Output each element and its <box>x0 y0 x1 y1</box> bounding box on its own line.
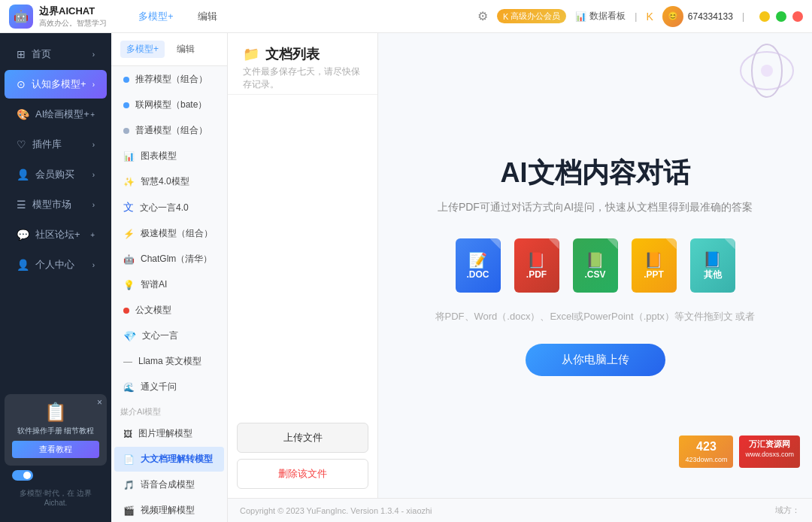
upload-from-pc-button[interactable]: 从你电脑上传 <box>526 344 665 376</box>
close-button[interactable] <box>792 11 803 22</box>
chevron-icon-3: + <box>90 111 95 119</box>
chart-icon: 📊 <box>123 151 135 162</box>
settings-icon[interactable]: ⚙ <box>477 9 488 23</box>
sidebar-item-plugins[interactable]: ♡ 插件库 › <box>5 130 107 159</box>
home-icon: ⊞ <box>17 48 26 60</box>
toggle-row <box>5 466 107 485</box>
sub-nav-item-wisdom[interactable]: ✨ 智慧4.0模型 <box>114 169 224 194</box>
recommend-dot <box>123 77 129 83</box>
sub-nav-item-zhipu[interactable]: 💡 智谱AI <box>114 272 224 297</box>
sidebar-item-painting[interactable]: 🎨 AI绘画模型+ + <box>5 100 107 129</box>
chevron-icon-4: › <box>92 141 95 149</box>
sidebar-item-multimodel[interactable]: ⊙ 认知多模型+ › <box>5 70 107 99</box>
plugins-icon: ♡ <box>17 138 26 150</box>
chevron-icon-7: + <box>90 231 95 239</box>
sidebar: ⊞ 首页 › ⊙ 认知多模型+ › 🎨 AI绘画模型+ + ♡ 插件库 › <box>0 33 111 522</box>
drop-text: 将PDF、Word（.docx）、Excel或PowerPoint（.pptx）… <box>435 308 756 325</box>
sub-nav-item-tts[interactable]: 🎵 语音合成模型 <box>114 472 224 497</box>
toggle-switch[interactable] <box>12 470 33 481</box>
sub-nav-item-chart[interactable]: 📊 图表模型 <box>114 144 224 168</box>
sub-nav-item-llama[interactable]: — Llama 英文模型 <box>114 349 224 374</box>
sub-nav-item-fast[interactable]: ⚡ 极速模型（组合） <box>114 221 224 246</box>
vip-k-icon: K <box>646 11 653 23</box>
delete-file-button[interactable]: 删除该文件 <box>237 459 368 489</box>
fast-icon: ⚡ <box>123 229 135 239</box>
sidebar-item-profile[interactable]: 👤 个人中心 › <box>5 250 107 279</box>
upload-file-button[interactable]: 上传文件 <box>237 423 368 453</box>
file-corner <box>490 238 501 249</box>
sidebar-footer: 多模型·时代，在 边界Aichat. <box>5 485 107 510</box>
official-dot <box>123 308 129 314</box>
sub-nav-item-image[interactable]: 🖼 图片理解模型 <box>114 421 224 446</box>
sub-nav-item-recommend[interactable]: 推荐模型（组合） <box>114 67 224 92</box>
sidebar-label-painting: AI绘画模型+ <box>35 108 89 121</box>
multimodel-icon: ⊙ <box>17 78 26 90</box>
folder-icon: 📁 <box>243 46 259 62</box>
sub-nav-label-tongyi: 通义千问 <box>141 381 177 393</box>
separator: | <box>635 11 637 22</box>
ai-dialog-subtitle: 上传PDF可通过对话方式向AI提问，快速从文档里得到最准确的答案 <box>438 201 753 214</box>
sub-nav-item-wenxin[interactable]: 💎 文心一言 <box>114 323 224 348</box>
window-controls <box>759 11 803 22</box>
avatar: 😊 <box>662 6 683 27</box>
sub-nav-label-docparse: 大文档理解转模型 <box>141 453 213 466</box>
sub-nav-label-official: 公文模型 <box>135 304 171 317</box>
app-title-group: 边界AICHAT 高效办公。智慧学习 <box>39 5 107 29</box>
sub-nav-label-recommend: 推荐模型（组合） <box>135 73 208 86</box>
sub-nav-tab-multimodel[interactable]: 多模型+ <box>120 41 165 58</box>
doc-list-subtitle: 文件最多保存七天，请尽快保存记录。 <box>243 65 362 91</box>
sub-nav-item-docparse[interactable]: 📄 大文档理解转模型 <box>114 447 224 472</box>
user-id: 674334133 <box>688 11 733 22</box>
sub-nav-item-wenxin40[interactable]: 文 文心一言4.0 <box>114 195 224 220</box>
maximize-button[interactable] <box>776 11 786 22</box>
title-nav: 多模型+ 编辑 <box>120 7 477 26</box>
file-icon-other: 📘 其他 <box>690 238 735 293</box>
footer-bar: Copyright © 2023 YuFangInc. Version 1.3.… <box>228 498 812 522</box>
sub-nav-item-tongyi[interactable]: 🌊 通义千问 <box>114 375 224 399</box>
sub-nav-item-video[interactable]: 🎬 视频理解模型 <box>114 498 224 522</box>
vip-badge[interactable]: K 高级办公会员 <box>497 9 566 23</box>
main-layout: ⊞ 首页 › ⊙ 认知多模型+ › 🎨 AI绘画模型+ + ♡ 插件库 › <box>0 33 812 522</box>
wenxin40-icon: 文 <box>123 201 134 214</box>
app-subtitle: 高效办公。智慧学习 <box>39 18 107 29</box>
video-icon: 🎬 <box>123 505 135 516</box>
app-branding: 🤖 边界AICHAT 高效办公。智慧学习 <box>9 5 120 29</box>
normal-dot <box>123 128 129 134</box>
promo-button[interactable]: 查看教程 <box>12 441 99 458</box>
file-corner-2 <box>549 238 559 249</box>
file-icon-pdf: 📕 .PDF <box>514 238 559 293</box>
sub-nav-label-wenxin: 文心一言 <box>142 329 178 342</box>
llama-icon: — <box>123 357 132 367</box>
sub-nav-item-normal[interactable]: 普通模型（组合） <box>114 118 224 143</box>
minimize-button[interactable] <box>759 11 770 22</box>
user-info: 😊 674334133 <box>662 6 733 27</box>
promo-close-button[interactable]: × <box>97 397 102 408</box>
chevron-icon-8: › <box>92 261 95 269</box>
market-icon: ☰ <box>17 199 26 211</box>
data-panel-button[interactable]: 📊 数据看板 <box>575 10 626 23</box>
chevron-icon-2: › <box>92 80 95 89</box>
network-dot <box>123 102 129 108</box>
sidebar-label-market: 模型市场 <box>32 198 71 211</box>
sidebar-item-market[interactable]: ☰ 模型市场 › <box>5 190 107 219</box>
sidebar-item-home[interactable]: ⊞ 首页 › <box>5 40 107 68</box>
sub-nav-tab-edit[interactable]: 编辑 <box>171 41 201 58</box>
sub-nav-item-network[interactable]: 联网模型（bate） <box>114 93 224 117</box>
sub-nav-item-official[interactable]: 公文模型 <box>114 298 224 323</box>
app-logo: 🤖 <box>9 5 33 29</box>
footer-right: 域方： <box>775 505 800 516</box>
title-right: ⚙ K 高级办公会员 📊 数据看板 | K 😊 674334133 | <box>477 6 803 27</box>
sub-nav-label-wisdom: 智慧4.0模型 <box>141 175 189 188</box>
sidebar-label-forum: 社区论坛+ <box>35 228 80 241</box>
watermarks: 423 423down.com 万汇资源网 www.dosxs.com <box>679 436 800 468</box>
wisdom-icon: ✨ <box>123 177 135 187</box>
nav-tab-edit[interactable]: 编辑 <box>192 7 223 26</box>
sub-nav-label-tts: 语音合成模型 <box>141 478 195 491</box>
sidebar-item-forum[interactable]: 💬 社区论坛+ + <box>5 220 107 249</box>
sub-nav-label-chart: 图表模型 <box>141 150 177 162</box>
nav-tab-multimodel[interactable]: 多模型+ <box>132 7 180 26</box>
sub-nav-item-chatglm[interactable]: 🤖 ChatGlm（清华） <box>114 247 224 272</box>
sidebar-item-vip[interactable]: 👤 会员购买 › <box>5 160 107 189</box>
file-icon-ppt: 📙 .PPT <box>632 238 677 293</box>
doc-list-panel: 📁 文档列表 文件最多保存七天，请尽快保存记录。 上传文件 删除该文件 <box>228 33 378 498</box>
